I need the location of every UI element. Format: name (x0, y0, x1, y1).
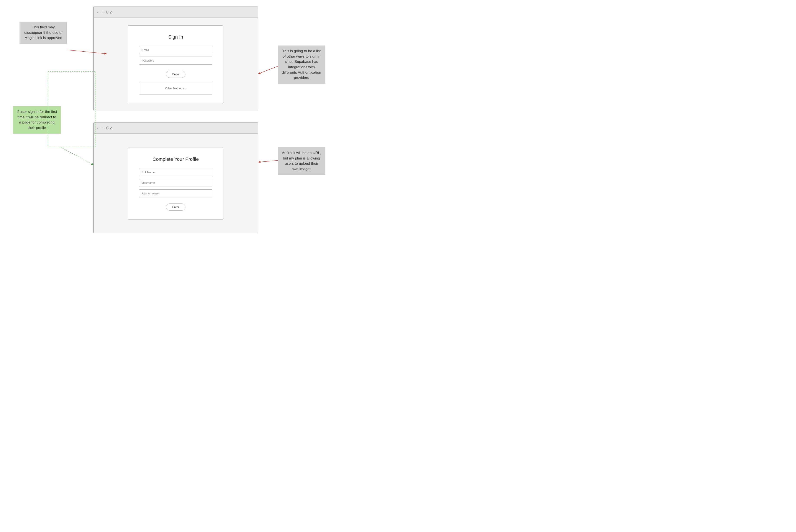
svg-line-1 (258, 66, 278, 74)
signin-form-card: Sign In Enter Other Methods... (128, 25, 223, 103)
profile-enter-button[interactable]: Enter (166, 204, 185, 211)
flow-connection-box (48, 72, 95, 147)
nav-buttons-2[interactable]: ← → C ⌂ (96, 126, 112, 130)
browser-content-1: Sign In Enter Other Methods... (94, 18, 258, 111)
browser-window-2: ← → C ⌂ Complete Your Profile Enter (93, 122, 258, 233)
signin-enter-button[interactable]: Enter (166, 71, 185, 78)
signin-form-title: Sign In (139, 34, 212, 40)
profile-form-card: Complete Your Profile Enter (128, 148, 223, 220)
svg-line-3 (258, 160, 278, 162)
browser-toolbar-2: ← → C ⌂ (94, 123, 258, 134)
fullname-input[interactable] (139, 168, 212, 176)
username-input[interactable] (139, 179, 212, 187)
browser-window-1: ← → C ⌂ Sign In Enter Other Methods... (93, 6, 258, 111)
avatar-input[interactable] (139, 189, 212, 197)
email-input[interactable] (139, 46, 212, 54)
browser-toolbar-1: ← → C ⌂ (94, 7, 258, 18)
nav-buttons-1[interactable]: ← → C ⌂ (96, 10, 112, 15)
note-avatar-url: At first it will be an URL, but my plan … (278, 147, 325, 175)
password-input[interactable] (139, 57, 212, 64)
note-magic-link: This field may dissappear if the use of … (19, 22, 67, 44)
svg-line-2 (61, 147, 93, 165)
profile-form-title: Complete Your Profile (139, 156, 212, 162)
browser-content-2: Complete Your Profile Enter (94, 134, 258, 233)
note-other-methods: This is going to be a list of other ways… (278, 45, 325, 84)
other-methods-box[interactable]: Other Methods... (139, 82, 212, 94)
